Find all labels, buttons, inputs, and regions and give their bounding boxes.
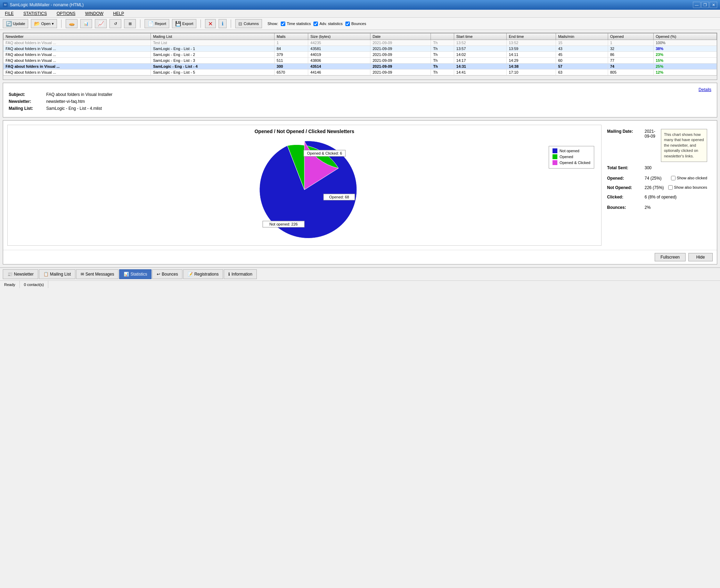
export-button[interactable]: 💾 Export — [172, 19, 196, 28]
horizontal-scrollbar[interactable] — [3, 75, 717, 80]
mailing-list-tab-icon: 📋 — [43, 272, 49, 277]
mailing-date-value: 2021-09-09 — [645, 129, 655, 139]
show-bounces-checkbox[interactable] — [668, 185, 673, 190]
table-row[interactable]: FAQ about folders in Visual ...SamLogic … — [3, 70, 717, 75]
col-newsletter[interactable]: Newsletter — [3, 33, 151, 40]
hide-button[interactable]: Hide — [688, 253, 713, 261]
opened-stats-value: 74 (25%) — [645, 176, 662, 181]
table-cell-8: 43 — [556, 46, 608, 52]
col-date[interactable]: Date — [370, 33, 431, 40]
col-start[interactable]: Start time — [454, 33, 507, 40]
table-cell-6: 13:57 — [454, 46, 507, 52]
tab-bounces[interactable]: ↩ Bounces — [152, 269, 182, 279]
menu-options[interactable]: OPTIONS — [55, 10, 77, 17]
close-button[interactable]: ✕ — [710, 2, 717, 8]
time-stats-checkbox-group[interactable]: Time statistics — [281, 22, 311, 26]
menu-window[interactable]: WINDOW — [83, 10, 106, 17]
open-dropdown-arrow[interactable]: ▾ — [52, 22, 54, 26]
menu-file[interactable]: FILE — [3, 10, 16, 17]
table-cell-10: 100% — [653, 40, 717, 46]
col-rate[interactable]: Mails/min — [556, 33, 608, 40]
information-tab-icon: ℹ — [228, 272, 230, 277]
table-cell-10: 38% — [653, 46, 717, 52]
table-cell-5: Th — [431, 46, 454, 52]
col-pct[interactable]: Opened (%) — [653, 33, 717, 40]
table-cell-5: Th — [431, 52, 454, 58]
not-opened-tooltip: Not opened: 226 — [269, 222, 297, 226]
newsletter-value: newsletter-vi-faq.htm — [46, 99, 85, 104]
open-button[interactable]: 📂 Open ▾ — [31, 19, 57, 28]
tab-newsletter[interactable]: 📰 Newsletter — [3, 269, 38, 279]
table-icon: 📊 — [83, 21, 89, 26]
bounces-checkbox-group[interactable]: Bounces — [345, 22, 366, 26]
col-size[interactable]: Size (bytes) — [308, 33, 370, 40]
show-bounces-label: Show also bounces — [674, 185, 707, 189]
table-cell-7: 14:29 — [507, 58, 556, 64]
newsletter-label: Newsletter: — [9, 99, 43, 104]
col-end[interactable]: End time — [507, 33, 556, 40]
tab-statistics[interactable]: 📊 Statistics — [119, 269, 152, 279]
table-header-row: Newsletter Mailing List Mails Size (byte… — [3, 33, 717, 40]
menu-statistics[interactable]: STATISTICS — [21, 10, 49, 17]
window-title: SamLogic MultiMailer - noname (HTML) — [10, 2, 84, 7]
legend-clicked: Opened & Clicked — [553, 160, 590, 165]
grid-button[interactable]: ⊞ — [124, 19, 136, 28]
bounces-checkbox[interactable] — [345, 22, 350, 26]
table-row[interactable]: FAQ about folders in Visual ...Test List… — [3, 40, 717, 46]
tab-sent-messages[interactable]: ✉ Sent Messages — [76, 269, 119, 279]
table-cell-2: 1 — [275, 40, 308, 46]
refresh-button[interactable]: ↺ — [109, 19, 121, 28]
columns-button[interactable]: ⊟ Columns — [235, 19, 262, 28]
pie-chart-button[interactable]: 🥧 — [66, 19, 77, 28]
mailing-list-value: SamLogic - Eng - List - 4.mlist — [46, 106, 102, 111]
table-cell-7: 14:38 — [507, 64, 556, 70]
adv-stats-label: Adv. statistics — [319, 22, 342, 26]
mailing-date-row: Mailing Date: 2021-09-09 This chart show… — [607, 129, 707, 162]
legend-not-opened-color — [553, 148, 557, 153]
tab-bar: 📰 Newsletter 📋 Mailing List ✉ Sent Messa… — [0, 267, 720, 280]
show-clicked-checkbox[interactable] — [671, 176, 676, 180]
legend-opened-color — [553, 154, 557, 159]
table-row[interactable]: FAQ about folders in Visual ...SamLogic … — [3, 52, 717, 58]
tab-information[interactable]: ℹ Information — [224, 269, 257, 279]
adv-stats-checkbox[interactable] — [313, 22, 318, 26]
table-cell-0: FAQ about folders in Visual ... — [3, 52, 151, 58]
col-mailing-list[interactable]: Mailing List — [151, 33, 275, 40]
adv-stats-checkbox-group[interactable]: Adv. statistics — [313, 22, 342, 26]
sent-tab-icon: ✉ — [81, 272, 84, 277]
tab-registrations[interactable]: 📝 Registrations — [183, 269, 223, 279]
col-day[interactable] — [431, 33, 454, 40]
table-cell-9: 1 — [608, 40, 653, 46]
details-link[interactable]: Details — [698, 87, 711, 92]
separator-4 — [231, 19, 231, 28]
table-cell-4: 2021-09-09 — [370, 64, 431, 70]
newsletter-row: Newsletter: newsletter-vi-faq.htm — [9, 99, 711, 104]
tab-mailing-list[interactable]: 📋 Mailing List — [39, 269, 75, 279]
update-button[interactable]: 🔄 Update — [3, 19, 28, 28]
stats-tab-icon: 📊 — [124, 272, 129, 277]
maximize-button[interactable]: ❐ — [701, 2, 709, 8]
table-cell-3: 44235 — [308, 40, 370, 46]
col-opened[interactable]: Opened — [608, 33, 653, 40]
minimize-button[interactable]: — — [693, 2, 701, 8]
report-button[interactable]: 📄 Report — [145, 19, 169, 28]
show-clicked-checkbox-group[interactable]: Show also clicked — [671, 176, 707, 180]
table-row[interactable]: FAQ about folders in Visual ...SamLogic … — [3, 46, 717, 52]
legend-opened-label: Opened — [559, 155, 573, 159]
menu-help[interactable]: HELP — [111, 10, 126, 17]
table-cell-8: 15 — [556, 40, 608, 46]
table-cell-6: 13:52 — [454, 40, 507, 46]
bar-chart-button[interactable]: 📈 — [95, 19, 107, 28]
table-button[interactable]: 📊 — [80, 19, 92, 28]
time-stats-label: Time statistics — [287, 22, 311, 26]
delete-button[interactable]: ✕ — [205, 19, 216, 28]
table-row[interactable]: FAQ about folders in Visual ...SamLogic … — [3, 64, 717, 70]
info-button[interactable]: ℹ — [219, 19, 227, 28]
table-row[interactable]: FAQ about folders in Visual ...SamLogic … — [3, 58, 717, 64]
table-cell-0: FAQ about folders in Visual ... — [3, 58, 151, 64]
show-bounces-checkbox-group[interactable]: Show also bounces — [668, 185, 707, 190]
fullscreen-button[interactable]: Fullscreen — [655, 253, 686, 261]
opened-tooltip: Opened: 68 — [329, 195, 349, 199]
col-mails[interactable]: Mails — [275, 33, 308, 40]
time-stats-checkbox[interactable] — [281, 22, 285, 26]
